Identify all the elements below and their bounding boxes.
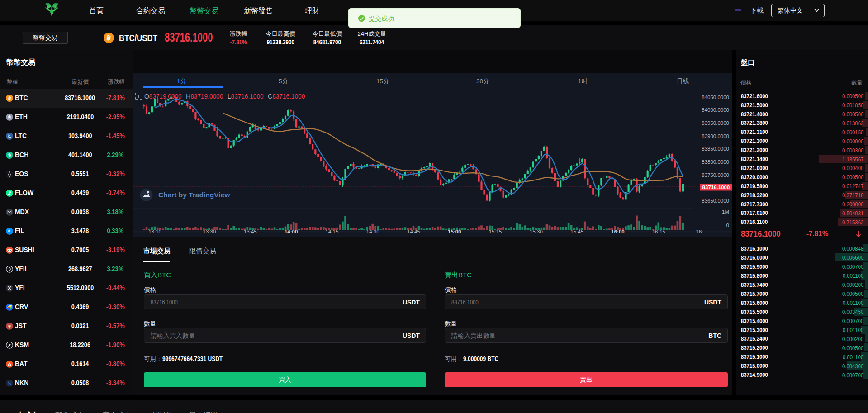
svg-text:83950.0000: 83950.0000 [702,120,729,126]
svg-text:15:00: 15:00 [448,229,461,234]
svg-text:83900.0000: 83900.0000 [702,133,729,139]
svg-text:83750.0000: 83750.0000 [702,172,729,178]
svg-text:14:00: 14:00 [285,229,298,234]
svg-text:16:: 16: [696,229,703,234]
svg-text:15:45: 15:45 [570,229,583,234]
svg-text:83850.0000: 83850.0000 [702,146,729,152]
svg-text:14:30: 14:30 [366,229,379,234]
svg-text:14:15: 14:15 [326,229,339,234]
svg-text:1M: 1M [722,209,729,214]
svg-text:84050.0000: 84050.0000 [702,95,729,100]
svg-text:13:10: 13:10 [148,229,161,234]
svg-text:13:45: 13:45 [244,229,257,234]
svg-text:16:15: 16:15 [652,229,665,234]
svg-text:13:30: 13:30 [203,229,216,234]
svg-text:14:45: 14:45 [407,229,420,234]
svg-text:16:00: 16:00 [611,229,624,234]
svg-text:83650.0000: 83650.0000 [702,198,729,204]
svg-text:0: 0 [726,223,729,228]
svg-text:Chart by TradingView: Chart by TradingView [158,191,230,199]
svg-text:84000.0000: 84000.0000 [702,107,729,113]
svg-text:15:30: 15:30 [530,229,543,234]
svg-text:83800.0000: 83800.0000 [702,159,729,165]
svg-text:83716.1000: 83716.1000 [702,185,730,190]
svg-text:15:15: 15:15 [489,229,502,234]
